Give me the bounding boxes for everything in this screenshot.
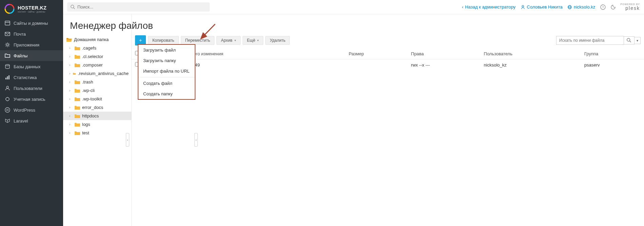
tree-label: error_docs [82,105,103,110]
user-icon [520,5,525,10]
user-name: Соловьев Никита [527,4,563,10]
domain-link[interactable]: nicksolo.kz [567,4,595,10]
nav-sites[interactable]: Сайты и домены [0,18,63,29]
folder-icon [75,105,80,110]
folder-icon [75,131,80,135]
folder-icon [75,122,80,127]
table-row[interactable]: 23/02/2024 01:49 rwx --x --- nicksolo_kz… [132,59,644,71]
wordpress-icon: W [5,107,10,113]
chevron-right-icon: › [69,114,73,118]
topbar: ‹ Назад к администратору Соловьев Никита… [63,0,644,14]
stats-icon [5,75,10,80]
tree-item[interactable]: › .wp-cli [63,86,131,95]
folder-icon [5,53,10,58]
chevron-right-icon: › [69,97,73,101]
tree-label: .revisium_antivirus_cache [78,71,129,76]
nav-label: Базы данных [14,64,41,69]
search-input[interactable] [77,4,206,10]
tree-item[interactable]: › .trash [63,78,131,86]
logo-text: HOSTER.KZ [18,5,46,11]
chevron-right-icon: › [69,106,73,109]
file-search-input[interactable] [556,36,624,45]
sidebar: HOSTER.KZ хостинг · сайты · домены Сайты… [0,0,63,226]
nav-label: Статистика [14,75,37,80]
nav-mail[interactable]: Почта [0,29,63,39]
tree-label: .composer [82,62,103,68]
copy-button[interactable]: Копировать [148,36,179,45]
tree-item[interactable]: › .cagefs [63,44,131,52]
user-menu[interactable]: Соловьев Никита [520,4,563,10]
separator [138,77,195,77]
svg-line-25 [630,41,631,42]
nav-users[interactable]: Пользователи [0,83,63,94]
tree-item[interactable]: › error_docs [63,103,131,112]
tree-collapse-handle[interactable]: ‹ [126,133,129,147]
tree-item[interactable]: › test [63,129,131,137]
database-icon [5,64,10,69]
delete-button[interactable]: Удалить [265,36,290,45]
gear-icon [5,42,10,48]
global-search[interactable] [67,2,210,12]
folder-icon [75,46,80,51]
tree-item[interactable]: › .cl.selector [63,52,131,61]
file-search-options[interactable]: ▾ [634,37,641,44]
back-to-admin-link[interactable]: ‹ Назад к администратору [462,4,515,10]
tree-label: logs [82,122,90,127]
file-search-button[interactable] [624,36,634,44]
dropdown-import-url[interactable]: Импорт файла по URL [138,66,195,76]
help-icon[interactable]: ? [600,4,606,10]
chevron-right-icon: › [69,131,73,135]
nav-db[interactable]: Базы данных [0,61,63,72]
logo[interactable]: HOSTER.KZ хостинг · сайты · домены [0,0,63,18]
logo-tagline: хостинг · сайты · домены [18,11,46,13]
chevron-down-icon: ▾ [257,39,259,42]
theme-toggle[interactable] [610,4,616,10]
tree-item[interactable]: › .composer [63,61,131,69]
svg-rect-9 [5,78,6,79]
tree-item[interactable]: › .revisium_antivirus_cache [63,69,131,78]
dropdown-upload-folder[interactable]: Загрузить папку [138,55,195,66]
cell-group: psaserv [581,59,644,71]
dropdown-create-file[interactable]: Создать файл [138,78,195,89]
link-text: Назад к администратору [465,4,516,10]
nav-stats[interactable]: Статистика [0,72,63,83]
nav-label: Учетная запись [14,97,45,102]
nav-label: Laravel [14,118,28,124]
archive-button[interactable]: Архив▾ [216,36,241,45]
tree-item[interactable]: › .wp-toolkit [63,95,131,103]
svg-line-17 [74,7,75,9]
tree-item[interactable]: › logs [63,120,131,129]
file-toolbar: ＋ Копировать Переместить Архив▾ Ещё▾ Уда… [132,35,644,48]
nav-account[interactable]: Учетная запись [0,94,63,105]
svg-point-18 [522,5,524,7]
col-size[interactable]: Размер [345,48,408,59]
file-collapse-handle[interactable]: ‹ [194,133,198,147]
add-dropdown: Загрузить файл Загрузить папку Импорт фа… [138,44,195,100]
main: ‹ Назад к администратору Соловьев Никита… [63,0,644,226]
dropdown-create-folder[interactable]: Создать папку [138,89,195,99]
nav-apps[interactable]: Приложения [0,39,63,50]
laravel-icon [5,118,10,124]
tree-label: .cagefs [82,45,96,51]
chevron-right-icon: › [69,72,71,75]
col-perms[interactable]: Права [408,48,480,59]
tree-item[interactable]: › httpdocs [63,112,131,120]
logo-icon [4,3,15,14]
nav-files[interactable]: Файлы [0,50,63,61]
tree-root[interactable]: Домашняя папка [63,35,131,44]
move-button[interactable]: Переместить [181,36,215,45]
folder-icon [75,114,80,118]
svg-rect-11 [8,75,10,79]
nav-wordpress[interactable]: W WordPress [0,105,63,115]
col-user[interactable]: Пользователь [480,48,581,59]
nav-label: Почта [14,32,26,37]
more-button[interactable]: Ещё▾ [243,36,264,45]
col-group[interactable]: Группа [581,48,644,59]
folder-icon [75,97,80,101]
svg-point-24 [627,38,630,41]
nav-label: Приложения [14,42,39,48]
dropdown-upload-file[interactable]: Загрузить файл [138,45,195,55]
nav-laravel[interactable]: Laravel [0,115,63,126]
chevron-right-icon: › [69,89,73,92]
folder-icon [75,88,80,93]
